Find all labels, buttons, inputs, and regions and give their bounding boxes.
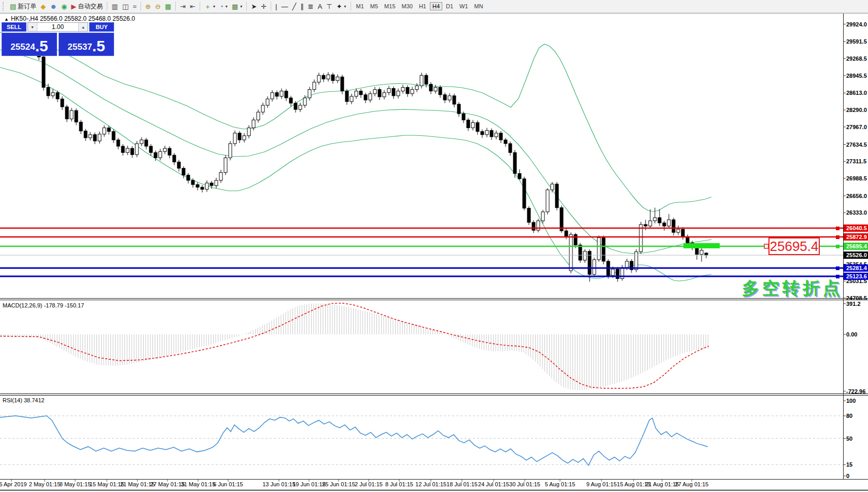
candle-bearish <box>117 140 120 146</box>
autotrading-button[interactable]: ▶自动交易 <box>69 1 105 12</box>
hline-anchor[interactable] <box>836 266 839 270</box>
timeframe-m15-button[interactable]: M15 <box>382 2 398 10</box>
text-button[interactable]: A <box>316 1 325 12</box>
volume-decrease-button[interactable]: ▼ <box>28 23 37 31</box>
hline-anchor[interactable] <box>836 245 839 248</box>
bar-chart-button[interactable]: ▥ <box>109 1 120 12</box>
price-axis-tick: 26988.5 <box>846 175 867 181</box>
periods-button[interactable]: ◔▾ <box>217 1 230 12</box>
crosshair-icon: ✛ <box>261 3 267 10</box>
buy-price-main: 25537 <box>67 40 92 54</box>
candle-bearish <box>513 152 516 174</box>
green-highlight-rect[interactable] <box>683 243 720 248</box>
price-callout-label[interactable]: 25695.4 <box>768 237 820 255</box>
templates-icon: ▩ <box>232 3 238 10</box>
buy-price-frac: .5 <box>92 38 105 54</box>
rsi-axis-tick: 0 <box>846 473 849 479</box>
text-icon: A <box>318 3 323 10</box>
candle-bullish <box>569 234 572 271</box>
candle-bearish <box>294 103 297 109</box>
candle-bearish <box>75 110 78 122</box>
candle-bullish <box>537 221 540 230</box>
sell-button[interactable]: SELL <box>2 22 26 32</box>
auto-scroll-button[interactable]: ⇤ <box>188 1 198 12</box>
chevron-down-icon[interactable]: ▾ <box>226 4 228 9</box>
sell-price-display[interactable]: 25524.5 <box>2 33 57 56</box>
trendline-button[interactable]: ╱ <box>290 1 298 12</box>
new-order-icon: ▤ <box>10 3 16 10</box>
volume-input[interactable]: 1.00 <box>37 23 78 31</box>
hline-anchor[interactable] <box>836 227 839 230</box>
vertical-line-button[interactable]: | <box>273 1 279 12</box>
callout-anchor-marker[interactable] <box>764 244 768 248</box>
cursor-button[interactable]: ➤ <box>249 1 259 12</box>
channel-button[interactable]: ∥ <box>298 1 306 12</box>
timeframe-m5-button[interactable]: M5 <box>368 2 381 10</box>
candle-bullish <box>317 75 320 82</box>
line-chart-icon: ≈ <box>133 3 136 10</box>
candle-bullish <box>243 136 246 140</box>
candle-bullish <box>649 221 652 226</box>
candle-bearish <box>532 222 535 230</box>
candle-bearish <box>565 231 568 237</box>
line-chart-button[interactable]: ≈ <box>131 1 138 12</box>
shapes-button[interactable]: ✦▾ <box>334 1 348 12</box>
fibonacci-button[interactable]: ≣ <box>306 1 316 12</box>
candle-chart-icon: ◫ <box>122 3 129 10</box>
toolbar-separator <box>271 2 271 11</box>
timeframe-mn-button[interactable]: MN <box>472 2 486 10</box>
candle-bullish <box>485 131 488 135</box>
new-order-button[interactable]: ▤新订单 <box>8 1 38 12</box>
chinese-annotation-text[interactable]: 多空转折点 <box>720 277 843 300</box>
candle-bearish <box>560 208 563 231</box>
candle-bearish <box>663 223 666 226</box>
rsi-panel: 1008050150 <box>0 398 856 479</box>
community-icon-button[interactable]: ☻ <box>48 1 59 12</box>
date-axis-label: 31 May 01:15 <box>181 481 216 487</box>
buy-price-display[interactable]: 25537.5 <box>59 33 114 56</box>
zoom-in-button[interactable]: ⊕ <box>143 1 153 12</box>
candle-chart-button[interactable]: ◫ <box>120 1 131 12</box>
chevron-down-icon[interactable]: ▾ <box>240 4 242 9</box>
candle-bullish <box>303 98 306 105</box>
chevron-down-icon[interactable]: ▾ <box>344 4 346 9</box>
candle-bullish <box>541 212 544 221</box>
price-axis-tick: 28945.5 <box>846 73 867 79</box>
hline-anchor[interactable] <box>836 235 839 239</box>
autotrading-icon: ▶ <box>71 3 76 10</box>
indicators-button[interactable]: ＋▾ <box>202 1 217 12</box>
chart-shift-button[interactable]: ⇥ <box>178 1 188 12</box>
zoom-in-icon: ⊕ <box>145 3 151 10</box>
macd-axis-tick: 0.00 <box>846 331 857 338</box>
candle-bearish <box>527 208 530 222</box>
tile-windows-button[interactable]: ▦ <box>163 1 173 12</box>
templates-button[interactable]: ▩▾ <box>230 1 244 12</box>
date-axis-label: 21 May 01:15 <box>120 481 155 487</box>
volume-increase-button[interactable]: ▲ <box>78 23 88 31</box>
signals-icon-button[interactable]: ◉ <box>59 1 69 12</box>
buy-button[interactable]: BUY <box>89 22 114 32</box>
candle-bearish <box>467 120 470 128</box>
zoom-out-button[interactable]: ⊖ <box>153 1 163 12</box>
new-order-button-label: 新订单 <box>18 2 36 11</box>
collapse-arrow-icon[interactable]: ▲ <box>4 17 9 22</box>
timeframe-w1-button[interactable]: W1 <box>457 2 471 10</box>
date-axis-label: 2 May 01:15 <box>29 481 61 487</box>
text-label-button[interactable]: ⊤ <box>324 1 334 12</box>
timeframe-d1-button[interactable]: D1 <box>443 2 456 10</box>
candle-bullish <box>219 173 222 180</box>
chevron-down-icon[interactable]: ▾ <box>213 4 215 9</box>
timeframe-m1-button[interactable]: M1 <box>354 2 367 10</box>
candle-bearish <box>93 135 96 141</box>
rsi-axis-tick: 80 <box>846 413 852 419</box>
price-axis-tick: 29591.5 <box>846 38 867 45</box>
crosshair-button[interactable]: ✛ <box>259 1 269 12</box>
note-icon-button[interactable]: ◆ <box>38 1 48 12</box>
timeframe-h1-button[interactable]: H1 <box>416 2 429 10</box>
timeframe-h4-button[interactable]: H4 <box>430 2 442 10</box>
timeframe-m30-button[interactable]: M30 <box>399 2 415 10</box>
date-axis-label: 8 May 01:15 <box>60 481 91 487</box>
horizontal-line-button[interactable]: — <box>279 1 290 12</box>
date-axis-label: 15 May 01:15 <box>90 481 124 487</box>
date-axis-label: 25 Apr 2019 <box>0 481 27 487</box>
